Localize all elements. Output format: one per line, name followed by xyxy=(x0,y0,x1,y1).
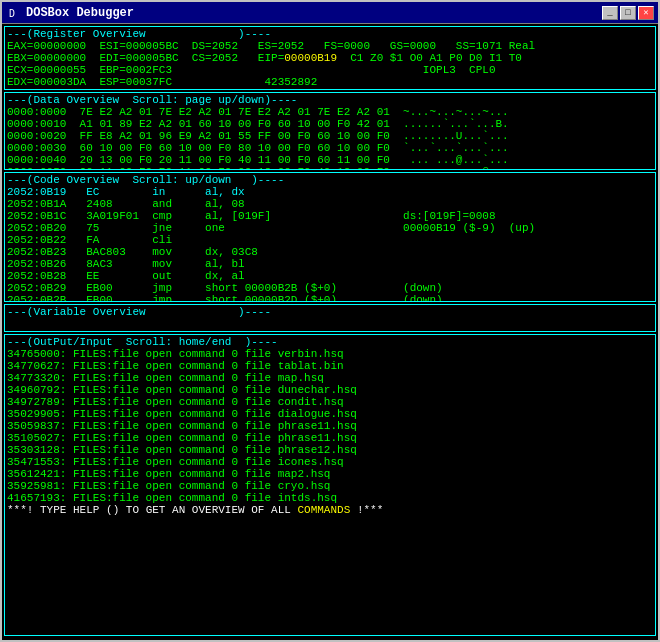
output-line: 35303128: FILES:file open command 0 file… xyxy=(7,444,653,456)
output-line: 35471553: FILES:file open command 0 file… xyxy=(7,456,653,468)
svg-text:D: D xyxy=(9,8,15,19)
title-bar-buttons: _ □ ✕ xyxy=(602,6,654,20)
variable-overview: ---(Variable Overview )---- xyxy=(4,304,656,332)
code-overview: ---(Code Overview Scroll: up/down )---- … xyxy=(4,172,656,302)
data-line: 0000:0010 A1 01 89 E2 A2 01 60 10 00 F0 … xyxy=(7,118,653,130)
code-line: 2052:0B1A 2408 and al, 08 xyxy=(7,198,653,210)
close-button[interactable]: ✕ xyxy=(638,6,654,20)
reg-line-1: EAX=00000000 ESI=000005BC DS=2052 ES=205… xyxy=(7,40,653,52)
data-overview: ---(Data Overview Scroll: page up/down)-… xyxy=(4,92,656,170)
maximize-button[interactable]: □ xyxy=(620,6,636,20)
data-line: 0000:0020 FF E8 A2 01 96 E9 A2 01 55 FF … xyxy=(7,130,653,142)
code-line: 2052:0B22 FA cli xyxy=(7,234,653,246)
main-content: ---(Register Overview )---- EAX=00000000… xyxy=(2,24,658,640)
code-line: 2052:0B28 EE out dx, al xyxy=(7,270,653,282)
output-line: 34960792: FILES:file open command 0 file… xyxy=(7,384,653,396)
code-line: 2052:0B19 EC in al, dx xyxy=(7,186,653,198)
title-bar: D DOSBox Debugger _ □ ✕ xyxy=(2,2,658,24)
output-line: 34972789: FILES:file open command 0 file… xyxy=(7,396,653,408)
output-line: 41657193: FILES:file open command 0 file… xyxy=(7,492,653,504)
output-header: ---(OutPut/Input Scroll: home/end )---- xyxy=(7,336,653,348)
output-line: 35925981: FILES:file open command 0 file… xyxy=(7,480,653,492)
code-line: 2052:0B29 EB00 jmp short 00000B2B ($+0) … xyxy=(7,282,653,294)
reg-line-2: EBX=00000000 EDI=000005BC CS=2052 EIP=00… xyxy=(7,52,653,64)
output-line: 35612421: FILES:file open command 0 file… xyxy=(7,468,653,480)
code-line: 2052:0B20 75 jne one 00000B19 ($-9) (up) xyxy=(7,222,653,234)
commands-highlight: COMMANDS xyxy=(297,504,350,516)
output-lines-container: 34765000: FILES:file open command 0 file… xyxy=(7,348,653,504)
code-lines-container: 2052:0B19 EC in al, dx 2052:0B1A 2408 an… xyxy=(7,186,653,302)
output-line: 35105027: FILES:file open command 0 file… xyxy=(7,432,653,444)
output-line: 34773320: FILES:file open command 0 file… xyxy=(7,372,653,384)
code-line: 2052:0B26 8AC3 mov al, bl xyxy=(7,258,653,270)
output-line: 35059837: FILES:file open command 0 file… xyxy=(7,420,653,432)
data-line: 0000:0050 C0 11 00 F0 E0 11 00 F0 00 12 … xyxy=(7,166,653,170)
register-overview: ---(Register Overview )---- EAX=00000000… xyxy=(4,26,656,90)
output-line: 35029905: FILES:file open command 0 file… xyxy=(7,408,653,420)
data-line: 0000:0000 7E E2 A2 01 7E E2 A2 01 7E E2 … xyxy=(7,106,653,118)
reg-line-4: EDX=000003DA ESP=00037FC 42352892 xyxy=(7,76,653,88)
window-icon: D xyxy=(6,5,22,21)
data-line: 0000:0030 60 10 00 F0 60 10 00 F0 80 10 … xyxy=(7,142,653,154)
output-line: 34765000: FILES:file open command 0 file… xyxy=(7,348,653,360)
debugger-window: D DOSBox Debugger _ □ ✕ ---(Register Ove… xyxy=(0,0,660,642)
help-line: ***! TYPE HELP () TO GET AN OVERVIEW OF … xyxy=(7,504,653,516)
variable-header: ---(Variable Overview )---- xyxy=(7,306,653,318)
code-header: ---(Code Overview Scroll: up/down )---- xyxy=(7,174,653,186)
reg-line-3: ECX=00000055 EBP=0002FC3 IOPL3 CPL0 xyxy=(7,64,653,76)
code-line: 2052:0B2B EB00 jmp short 00000B2D ($+0) … xyxy=(7,294,653,302)
window-title: DOSBox Debugger xyxy=(26,6,602,20)
data-line: 0000:0040 20 13 00 F0 20 11 00 F0 40 11 … xyxy=(7,154,653,166)
data-header: ---(Data Overview Scroll: page up/down)-… xyxy=(7,94,653,106)
code-line: 2052:0B23 BAC803 mov dx, 03C8 xyxy=(7,246,653,258)
output-line: 34770627: FILES:file open command 0 file… xyxy=(7,360,653,372)
minimize-button[interactable]: _ xyxy=(602,6,618,20)
data-lines-container: 0000:0000 7E E2 A2 01 7E E2 A2 01 7E E2 … xyxy=(7,106,653,170)
register-header: ---(Register Overview )---- xyxy=(7,28,653,40)
output-input[interactable]: ---(OutPut/Input Scroll: home/end )---- … xyxy=(4,334,656,636)
code-line: 2052:0B1C 3A019F01 cmp al, [019F] ds:[01… xyxy=(7,210,653,222)
